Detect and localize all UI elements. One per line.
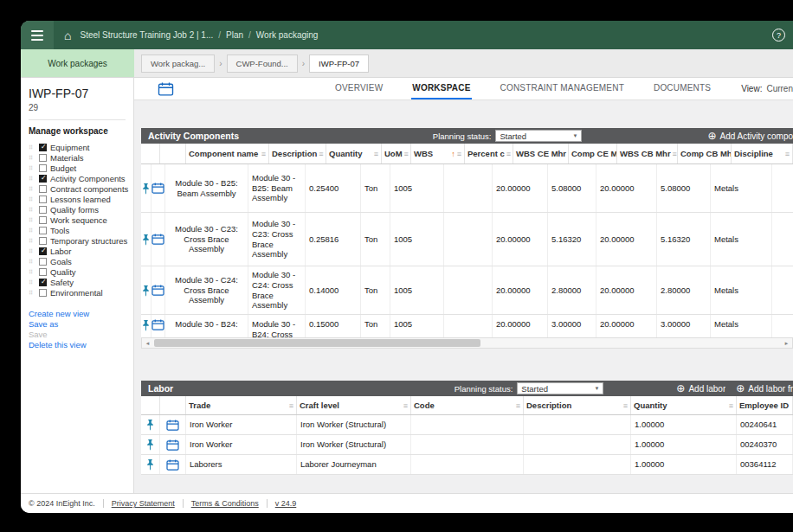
column-menu-icon[interactable]: ≡ xyxy=(374,150,378,158)
privacy-statement-link[interactable]: Privacy Statement xyxy=(112,499,175,508)
column-menu-icon[interactable]: ≡ xyxy=(261,150,266,158)
goals-checkbox[interactable] xyxy=(39,258,47,266)
sidebar-item-goals[interactable]: ⠿Goals xyxy=(29,256,133,266)
sort-ascending-icon[interactable]: ↑ xyxy=(451,150,455,158)
column-header-quantity[interactable]: Quantity≡ xyxy=(326,144,382,163)
labor-row[interactable]: Iron Worker Iron Worker (Structural) 1.0… xyxy=(141,415,793,435)
tab-workspace[interactable]: WORKSPACE xyxy=(411,78,471,99)
column-header-description[interactable]: Description≡ xyxy=(269,144,326,163)
workspace-panel-icon[interactable] xyxy=(158,78,174,99)
drag-handle-icon[interactable]: ⠿ xyxy=(29,259,35,265)
drag-handle-icon[interactable]: ⠿ xyxy=(29,228,35,234)
column-menu-icon[interactable]: ≡ xyxy=(457,150,461,158)
drag-handle-icon[interactable]: ⠿ xyxy=(29,207,35,213)
column-menu-icon[interactable]: ≡ xyxy=(673,150,677,158)
column-menu-icon[interactable]: ≡ xyxy=(729,401,733,410)
quality-forms-checkbox[interactable] xyxy=(39,206,47,214)
pin-icon[interactable] xyxy=(141,266,152,314)
sidebar-item-activity-components[interactable]: ⠿Activity Components xyxy=(29,173,133,183)
sidebar-item-work-sequence[interactable]: ⠿Work sequence xyxy=(29,215,133,225)
add-activity-component-button[interactable]: ⊕ Add Activity compo xyxy=(707,131,793,141)
scroll-left-arrow[interactable]: ◄ xyxy=(142,341,153,346)
sidebar-item-equipment[interactable]: ⠿Equipment xyxy=(29,142,133,152)
activity-card-icon[interactable] xyxy=(152,164,165,212)
materials-checkbox[interactable] xyxy=(39,154,47,162)
column-header-wbs-cb-mhrs[interactable]: WBS CB Mhr≡ xyxy=(617,144,678,163)
scroll-right-arrow[interactable]: ► xyxy=(781,341,792,346)
budget-checkbox[interactable] xyxy=(39,164,47,172)
drag-handle-icon[interactable]: ⠿ xyxy=(29,186,35,192)
activity-card-icon[interactable] xyxy=(152,315,165,337)
drag-handle-icon[interactable]: ⠿ xyxy=(29,279,35,285)
activity-row[interactable]: Module 30 - C23: Cross Brace Assembly Mo… xyxy=(141,213,793,266)
terms-conditions-link[interactable]: Terms & Conditions xyxy=(191,499,259,508)
sidebar-item-labor[interactable]: ⠿Labor xyxy=(29,246,133,256)
column-menu-icon[interactable]: ≡ xyxy=(785,150,790,158)
component-name-cell[interactable]: Module 30 - B24: xyxy=(165,315,248,337)
column-menu-icon[interactable]: ≡ xyxy=(289,401,293,410)
save-as-link[interactable]: Save as xyxy=(29,319,133,330)
column-menu-icon[interactable]: ≡ xyxy=(506,150,511,158)
column-header-description[interactable]: Description≡ xyxy=(524,396,631,414)
component-name-cell[interactable]: Module 30 - C24: Cross Brace Assembly xyxy=(165,266,248,314)
pin-icon[interactable] xyxy=(141,435,160,454)
equipment-checkbox[interactable] xyxy=(39,144,47,151)
sidebar-item-quality[interactable]: ⠿Quality xyxy=(29,266,133,277)
safety-checkbox[interactable] xyxy=(39,279,47,286)
drag-handle-icon[interactable]: ⠿ xyxy=(29,155,35,161)
work-packages-tab[interactable]: Work packages xyxy=(21,49,134,77)
drag-handle-icon[interactable]: ⠿ xyxy=(29,217,35,223)
sidebar-item-temporary-structures[interactable]: ⠿Temporary structures xyxy=(29,235,133,246)
tab-constraint-management[interactable]: CONSTRAINT MANAGEMENT xyxy=(500,78,625,99)
scrollbar-thumb[interactable] xyxy=(154,339,480,347)
column-header-trade[interactable]: Trade≡ xyxy=(186,396,297,414)
sidebar-item-safety[interactable]: ⠿Safety xyxy=(29,277,133,287)
delete-this-view-link[interactable]: Delete this view xyxy=(29,340,133,350)
column-header-percent-complete[interactable]: Percent c≡ xyxy=(465,144,513,163)
temporary-structures-checkbox[interactable] xyxy=(39,237,47,245)
breadcrumb-plan[interactable]: Plan xyxy=(226,30,243,40)
column-header-uom[interactable]: UoM≡ xyxy=(382,144,411,163)
column-menu-icon[interactable]: ≡ xyxy=(319,150,323,158)
chip-iwp-fp-07[interactable]: IWP-FP-07 xyxy=(309,54,369,73)
pin-icon[interactable] xyxy=(141,164,152,212)
activity-row[interactable]: Module 30 - B24: Module 30 - B24: Cross … xyxy=(141,315,793,337)
component-name-cell[interactable]: Module 30 - C23: Cross Brace Assembly xyxy=(165,213,248,266)
sidebar-item-environmental[interactable]: ⠿Environmental xyxy=(29,287,133,298)
labor-card-icon[interactable] xyxy=(160,435,186,454)
contract-components-checkbox[interactable] xyxy=(39,185,47,193)
drag-handle-icon[interactable]: ⠿ xyxy=(29,238,35,244)
column-header-discipline[interactable]: Discipline≡ xyxy=(732,144,793,163)
breadcrumb-project[interactable]: Steel Structure Training Job 2 | 1... xyxy=(80,30,213,40)
sidebar-item-tools[interactable]: ⠿Tools xyxy=(29,225,133,235)
version-link[interactable]: v 24.9 xyxy=(275,499,297,508)
column-menu-icon[interactable]: ≡ xyxy=(623,401,628,410)
labor-card-icon[interactable] xyxy=(160,415,186,434)
column-header-employee-id[interactable]: Employee ID xyxy=(737,396,793,414)
pin-icon[interactable] xyxy=(141,315,152,337)
labor-row[interactable]: Iron Worker Iron Worker (Structural) 1.0… xyxy=(141,435,793,455)
drag-handle-icon[interactable]: ⠿ xyxy=(29,248,35,254)
tab-documents[interactable]: DOCUMENTS xyxy=(653,78,712,99)
activity-components-checkbox[interactable] xyxy=(39,175,47,183)
column-header-code[interactable]: Code≡ xyxy=(411,396,524,414)
lessons-learned-checkbox[interactable] xyxy=(39,195,47,203)
planning-status-select[interactable]: Started ▼ xyxy=(495,130,582,142)
drag-handle-icon[interactable]: ⠿ xyxy=(29,144,35,151)
drag-handle-icon[interactable]: ⠿ xyxy=(29,165,35,171)
help-icon[interactable]: ? xyxy=(772,29,785,42)
pin-icon[interactable] xyxy=(141,415,160,434)
column-menu-icon[interactable]: ≡ xyxy=(403,401,408,410)
drag-handle-icon[interactable]: ⠿ xyxy=(29,269,35,275)
view-selector[interactable]: View: Curren xyxy=(741,78,793,99)
environmental-checkbox[interactable] xyxy=(39,289,47,297)
column-menu-icon[interactable]: ≡ xyxy=(516,401,520,410)
planning-status-select[interactable]: Started ▼ xyxy=(517,382,603,394)
activity-row[interactable]: Module 30 - C24: Cross Brace Assembly Mo… xyxy=(141,266,793,315)
component-name-cell[interactable]: Module 30 - B25: Beam Assembly xyxy=(165,164,248,212)
drag-handle-icon[interactable]: ⠿ xyxy=(29,176,35,182)
tools-checkbox[interactable] xyxy=(39,227,47,234)
tab-overview[interactable]: OVERVIEW xyxy=(334,78,384,99)
column-header-wbs-ce-mhrs[interactable]: WBS CE Mhr≡ xyxy=(513,144,569,163)
chip-work-packages[interactable]: Work packag... xyxy=(141,54,215,73)
